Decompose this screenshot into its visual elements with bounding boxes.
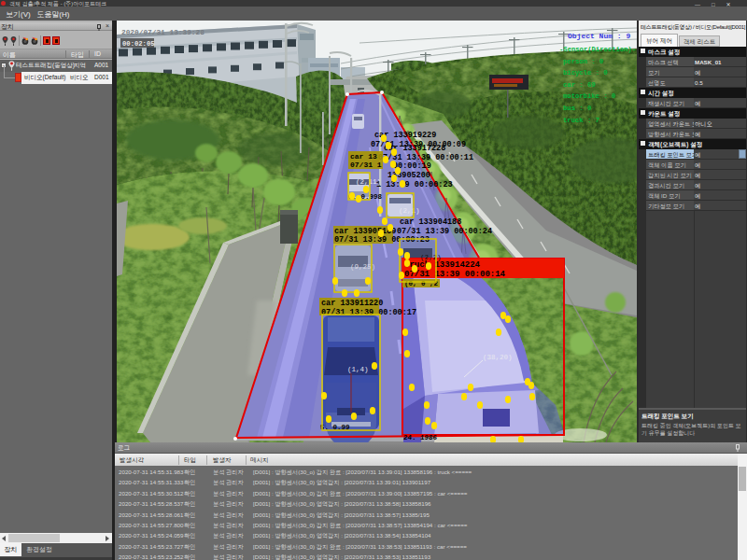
svg-text:person : 0: person : 0 — [563, 58, 603, 65]
svg-text:(0, 0 ,2: (0, 0 ,2 — [404, 280, 439, 287]
svg-text:car 133911220: car 133911220 — [321, 299, 383, 308]
svg-text:car : 69: car : 69 — [563, 81, 596, 89]
svg-text:2020/07/31 13:39:28: 2020/07/31 13:39:28 — [121, 29, 204, 36]
svg-text:24. 1986: 24. 1986 — [403, 434, 438, 441]
svg-text:car 13: car 13 — [350, 152, 377, 161]
svg-text:07/31 1: 07/31 1 — [350, 161, 382, 169]
svg-text:bicycle : 0: bicycle : 0 — [563, 69, 607, 77]
svg-text:(38,20): (38,20) — [483, 354, 513, 361]
svg-text:07/31 13:39 00:00:14: 07/31 13:39 00:00:14 — [404, 270, 506, 279]
svg-text:car 133904188: car 133904188 — [400, 217, 461, 227]
svg-text:-Sensor(Direction)-: -Sensor(Direction)- — [559, 46, 636, 53]
svg-text:(2,1): (2,1) — [399, 207, 420, 215]
svg-text:07/31 13:39 00:00:17: 07/31 13:39 00:00:17 — [321, 308, 416, 317]
svg-text:(1,4): (1,4) — [347, 366, 369, 373]
svg-text:Object Num : 9: Object Num : 9 — [568, 32, 630, 40]
svg-text:1 13:39 00:00:23: 1 13:39 00:00:23 — [376, 180, 453, 189]
svg-text:truck : 7: truck : 7 — [563, 117, 599, 124]
svg-text:motorbike : 0: motorbike : 0 — [563, 92, 615, 100]
svg-text:bus : 0: bus : 0 — [563, 105, 591, 112]
svg-text:00:02:05: 00:02:05 — [122, 40, 155, 48]
svg-text:(2,11): (2,11) — [356, 178, 381, 186]
